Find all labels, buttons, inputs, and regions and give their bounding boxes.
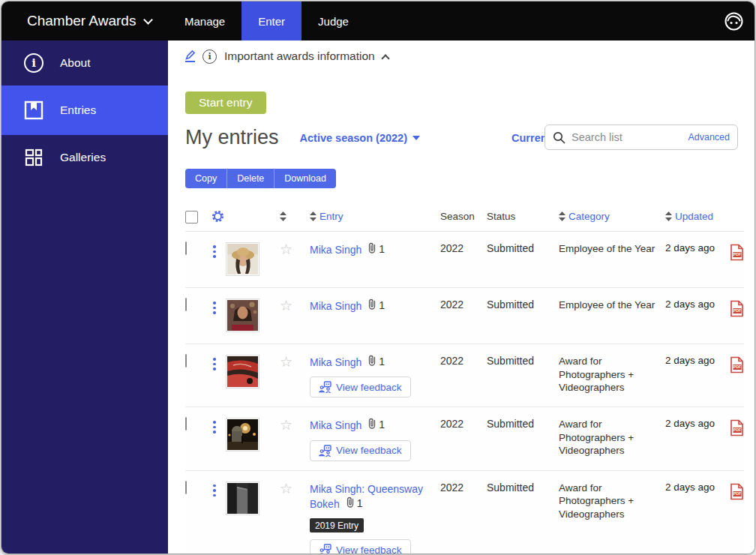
gear-icon[interactable] — [211, 209, 225, 224]
start-entry-button[interactable]: Start entry — [185, 92, 266, 114]
download-button[interactable]: Download — [274, 169, 336, 188]
page-title: My entries — [185, 126, 279, 149]
updated-cell: 2 days ago — [665, 288, 730, 344]
view-feedback-button[interactable]: View feedback — [310, 376, 411, 398]
row-menu-cell — [211, 407, 226, 470]
pdf-icon[interactable]: PDF — [730, 490, 744, 502]
tab-manage[interactable]: Manage — [168, 2, 242, 40]
row-checkbox[interactable] — [185, 417, 187, 430]
pdf-icon[interactable]: PDF — [730, 251, 744, 263]
entry-link[interactable]: Mika Singh: Queensway Bokeh — [310, 483, 423, 510]
entry-cell: Mika Singh1View feedback — [310, 407, 440, 470]
app-switcher[interactable]: Chamber Awards — [2, 2, 168, 40]
entry-link[interactable]: Mika Singh — [310, 300, 362, 312]
star-icon[interactable]: ☆ — [280, 241, 292, 257]
row-menu-button[interactable] — [211, 421, 218, 434]
pdf-icon[interactable]: PDF — [730, 308, 744, 320]
sidebar-item-about[interactable]: i About — [2, 40, 168, 86]
star-icon[interactable]: ☆ — [280, 416, 292, 433]
delete-button[interactable]: Delete — [226, 169, 274, 188]
kebab-dot — [213, 494, 216, 497]
sidebar: i About Entries Galleries — [2, 40, 168, 554]
checkbox-cell — [185, 407, 211, 470]
pdf-cell: PDF — [730, 232, 747, 287]
row-menu-button[interactable] — [211, 302, 218, 314]
entry-thumbnail[interactable] — [226, 242, 260, 276]
select-all-checkbox[interactable] — [185, 211, 198, 224]
app-title: Chamber Awards — [27, 13, 136, 29]
tab-enter[interactable]: Enter — [242, 2, 302, 40]
star-icon[interactable]: ☆ — [280, 480, 292, 496]
column-header-category[interactable]: Category — [559, 211, 665, 222]
row-checkbox[interactable] — [185, 242, 187, 255]
row-menu-button[interactable] — [211, 358, 218, 370]
entry-photo-icon — [227, 300, 258, 331]
row-checkbox[interactable] — [185, 298, 187, 311]
season-filter-label: Active season (2022) — [300, 132, 407, 144]
row-menu-button[interactable] — [211, 245, 218, 258]
svg-text:PDF: PDF — [734, 308, 741, 313]
row-checkbox[interactable] — [185, 354, 187, 368]
view-feedback-button[interactable]: View feedback — [310, 539, 411, 554]
entry-thumbnail[interactable] — [226, 298, 260, 332]
attachment-count: 1 — [379, 356, 385, 368]
table-body: ☆Mika Singh12022SubmittedEmployee of the… — [185, 232, 744, 554]
entry-link[interactable]: Mika Singh — [310, 419, 362, 431]
entry-link[interactable]: Mika Singh — [310, 244, 362, 256]
row-menu-cell — [211, 344, 226, 406]
paperclip-icon — [368, 418, 376, 431]
search-input[interactable] — [572, 131, 682, 143]
category-cell: Employee of the Year — [559, 232, 665, 287]
collapse-icon[interactable] — [381, 54, 389, 62]
search-box: Advanced — [544, 124, 738, 150]
entry-thumbnail[interactable] — [226, 355, 260, 388]
view-feedback-button[interactable]: View feedback — [310, 440, 411, 461]
checkbox-cell — [185, 288, 211, 344]
tab-judge[interactable]: Judge — [302, 2, 365, 40]
favorite-cell: ☆ — [280, 344, 310, 406]
pdf-icon[interactable]: PDF — [730, 364, 744, 376]
column-header-updated[interactable]: Updated — [665, 211, 730, 222]
column-header-entry[interactable]: Entry — [310, 211, 440, 222]
thumbnail-cell — [226, 288, 280, 344]
row-checkbox[interactable] — [185, 481, 187, 494]
paperclip-icon — [346, 496, 355, 510]
kebab-dot — [213, 426, 216, 429]
thumbnail-cell — [226, 232, 280, 287]
account-menu[interactable] — [724, 2, 754, 40]
favorite-cell: ☆ — [280, 232, 310, 287]
star-icon[interactable]: ☆ — [280, 297, 292, 314]
sidebar-item-galleries[interactable]: Galleries — [2, 135, 168, 180]
entry-thumbnail[interactable] — [226, 418, 260, 452]
attachment-count: 1 — [379, 418, 385, 430]
pdf-icon[interactable]: PDF — [730, 427, 744, 439]
edit-icon[interactable] — [185, 50, 195, 62]
star-icon[interactable]: ☆ — [280, 353, 292, 370]
copy-button[interactable]: Copy — [185, 169, 226, 188]
favorite-cell: ☆ — [280, 407, 310, 470]
entry-photo-icon — [227, 356, 258, 387]
favorite-sort[interactable] — [280, 212, 310, 221]
row-menu-button[interactable] — [211, 484, 218, 497]
entry-thumbnail[interactable] — [226, 482, 260, 515]
header-label: Entry — [320, 211, 344, 222]
sidebar-item-entries[interactable]: Entries — [2, 86, 168, 135]
entry-link[interactable]: Mika Singh — [310, 356, 362, 368]
info-icon: i — [24, 53, 44, 73]
banner-title: Important awards information — [224, 50, 375, 63]
svg-text:PDF: PDF — [734, 491, 741, 496]
feedback-icon — [319, 381, 332, 393]
category-cell: Employee of the Year — [559, 288, 665, 344]
updated-cell: 2 days ago — [665, 344, 730, 406]
season-filter-dropdown[interactable]: Active season (2022) — [300, 132, 420, 144]
app-window: Chamber Awards Manage Enter Judge i Abou… — [1, 1, 755, 554]
kebab-dot — [213, 484, 216, 488]
kebab-dot — [213, 255, 216, 258]
header-label: Category — [568, 211, 610, 222]
advanced-search-link[interactable]: Advanced — [688, 132, 730, 142]
entry-photo-icon — [227, 483, 258, 514]
table-header: Entry Season Status Category Updated — [185, 200, 744, 232]
table-row: ☆Mika Singh: Queensway Bokeh12019 EntryV… — [185, 471, 744, 554]
bulk-actions: Copy Delete Download — [185, 169, 336, 188]
view-feedback-label: View feedback — [336, 544, 402, 554]
